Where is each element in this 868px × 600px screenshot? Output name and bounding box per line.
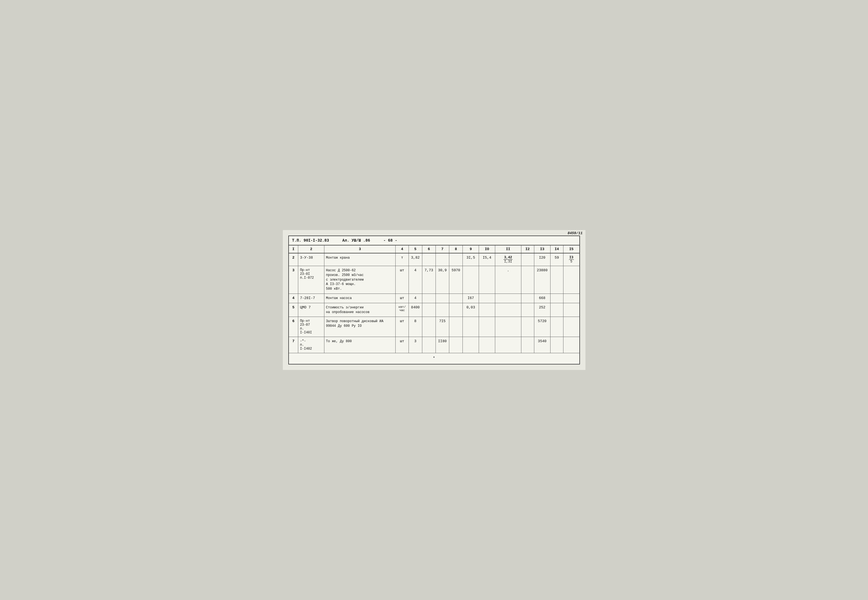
row-num: 6 — [289, 317, 298, 337]
row-c7: 30,9 — [436, 266, 449, 294]
row-c8: 5970 — [449, 266, 462, 294]
row-c13: I20 — [534, 253, 550, 266]
frac-value: 3,42 I,3I — [497, 256, 519, 264]
row-qty: 8400 — [409, 303, 422, 317]
col-header-12: I2 — [521, 245, 534, 253]
frac-top: 3,42 — [503, 256, 512, 260]
row-unit: шт — [395, 294, 409, 303]
row-c13: 23880 — [534, 266, 550, 294]
row-num: 2 — [289, 253, 298, 266]
row-c11 — [495, 337, 521, 353]
row-c13: 252 — [534, 303, 550, 317]
row-qty: 8 — [409, 317, 422, 337]
row-c6 — [422, 303, 436, 317]
row-c13: 5720 — [534, 317, 550, 337]
frac-value-15: I3 5 — [565, 256, 578, 264]
table-row: 7 -"- п. I-I402 То же, Ду 800 шт 3 II80 … — [289, 337, 580, 353]
row-c15 — [563, 337, 579, 353]
row-qty: 4 — [409, 266, 422, 294]
row-desc: Насос Д 2500-62произв. 2500 м3/часс элек… — [324, 266, 395, 294]
row-num: 7 — [289, 337, 298, 353]
row-c6 — [422, 253, 436, 266]
row-c14 — [550, 317, 563, 337]
row-num: 3 — [289, 266, 298, 294]
row-c15 — [563, 317, 579, 337]
row-code: 3-У-38 — [298, 253, 324, 266]
row-qty: 3,82 — [409, 253, 422, 266]
column-header-row: I 2 3 4 5 6 7 8 9 IO II I2 I3 I4 I5 — [289, 245, 580, 253]
row-c8 — [449, 337, 462, 353]
row-c10 — [479, 337, 495, 353]
col-header-15: I5 — [563, 245, 579, 253]
row-c9 — [463, 337, 479, 353]
col-header-1: I — [289, 245, 298, 253]
row-num: 5 — [289, 303, 298, 317]
row-c12 — [521, 317, 534, 337]
table-row-empty: • — [289, 353, 580, 364]
col-header-10: IO — [479, 245, 495, 253]
row-c13: 668 — [534, 294, 550, 303]
col-header-2: 2 — [298, 245, 324, 253]
row-c15 — [563, 303, 579, 317]
row-qty: 4 — [409, 294, 422, 303]
row-c6 — [422, 294, 436, 303]
row-desc: Стоимость э/энергиина опробование насо­с… — [324, 303, 395, 317]
row-c15: I3 5 — [563, 253, 579, 266]
row-c11 — [495, 294, 521, 303]
main-table: Т.П. 90I-I-32.83 Ал. УШ/Ш .86 - 68 - I 2… — [288, 236, 580, 364]
row-c14 — [550, 294, 563, 303]
title-al: Ал. УШ/Ш .86 — [342, 238, 370, 243]
table-row: 3 Пр-нт 23-0I п.I-072 Насос Д 2500-62про… — [289, 266, 580, 294]
row-c12 — [521, 337, 534, 353]
row-code: Пр-нт 23-0I п.I-072 — [298, 266, 324, 294]
row-c9: I67 — [463, 294, 479, 303]
row-c11 — [495, 317, 521, 337]
page-ref: 8459/11 — [568, 231, 583, 235]
frac-top-15: I3 — [569, 256, 574, 260]
row-c11 — [495, 303, 521, 317]
row-c7 — [436, 294, 449, 303]
row-c7: II80 — [436, 337, 449, 353]
table-row: 2 3-У-38 Монтаж крана т 3,82 3I,5 I5,4 3… — [289, 253, 580, 266]
col-header-9: 9 — [463, 245, 479, 253]
empty-cell: • — [289, 353, 580, 364]
col-header-6: 6 — [422, 245, 436, 253]
row-desc: Монтаж насоса — [324, 294, 395, 303]
row-desc: Затвор поворотный дисковый ИА 99044 Ду 6… — [324, 317, 395, 337]
col-header-14: I4 — [550, 245, 563, 253]
title-cell: Т.П. 90I-I-32.83 Ал. УШ/Ш .86 - 68 - — [289, 236, 580, 245]
table-row: 5 ЦМО 7 Стоимость э/энергиина опробовани… — [289, 303, 580, 317]
row-code: Пр-нт 23-07 п. I-I40I — [298, 317, 324, 337]
row-unit: шт — [395, 337, 409, 353]
row-c8 — [449, 303, 462, 317]
table-row: 4 7-28I-7 Монтаж насоса шт 4 I67 668 — [289, 294, 580, 303]
row-num: 4 — [289, 294, 298, 303]
col-header-7: 7 — [436, 245, 449, 253]
row-unit: шт — [395, 266, 409, 294]
row-c7 — [436, 253, 449, 266]
title-tp: Т.П. 90I-I-32.83 — [292, 238, 329, 243]
row-c7 — [436, 303, 449, 317]
row-c10 — [479, 303, 495, 317]
row-desc: Монтаж крана — [324, 253, 395, 266]
row-c10 — [479, 294, 495, 303]
row-c11: . — [495, 266, 521, 294]
row-unit: шт — [395, 317, 409, 337]
col-header-11: II — [495, 245, 521, 253]
row-c9: 3I,5 — [463, 253, 479, 266]
row-c6 — [422, 337, 436, 353]
row-c9: 0,03 — [463, 303, 479, 317]
row-c13: 3540 — [534, 337, 550, 353]
row-c7: 7I5 — [436, 317, 449, 337]
row-c14: 59 — [550, 253, 563, 266]
row-c9 — [463, 266, 479, 294]
row-c8 — [449, 294, 462, 303]
row-unit: квт/час — [395, 303, 409, 317]
col-header-13: I3 — [534, 245, 550, 253]
row-c9 — [463, 317, 479, 337]
row-code: 7-28I-7 — [298, 294, 324, 303]
col-header-3: 3 — [324, 245, 395, 253]
row-unit: т — [395, 253, 409, 266]
title-row: Т.П. 90I-I-32.83 Ал. УШ/Ш .86 - 68 - — [289, 236, 580, 245]
row-c12 — [521, 253, 534, 266]
